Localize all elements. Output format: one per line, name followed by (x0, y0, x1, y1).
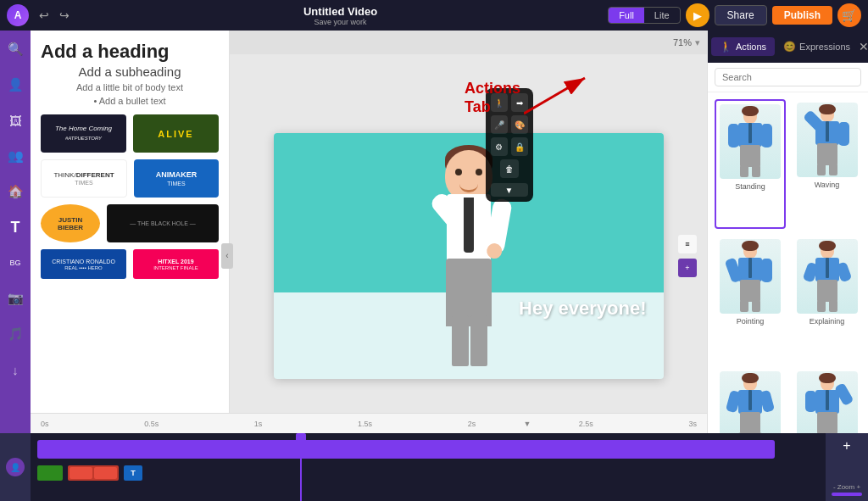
float-walk-icon[interactable]: 🚶 (491, 93, 508, 112)
float-lock-icon[interactable]: 🔒 (511, 137, 528, 156)
timeline-bar-purple[interactable] (37, 440, 775, 459)
scene-canvas[interactable]: Hey everyone! (274, 133, 664, 379)
template-card-bieber[interactable]: JUSTINBIEBER (41, 204, 100, 242)
toolbar-media-icon[interactable]: 📷 (3, 287, 27, 310)
action-item-standing[interactable]: Standing (715, 99, 786, 229)
annotation-arrow (524, 71, 592, 122)
timeline-add-button[interactable]: + (843, 438, 850, 454)
toolbar-text-icon[interactable]: T (3, 215, 27, 239)
preview-play-button[interactable]: ▶ (686, 3, 709, 27)
toolbar-download-icon[interactable]: ↓ (3, 358, 27, 381)
template-card-blackhole[interactable]: — THE BLACK HOLE — (107, 204, 219, 242)
svg-rect-53 (817, 412, 837, 434)
template-row-2: THINK/DIFFERENTTIMES ANIMAKERTIMES (41, 159, 219, 198)
action-item-waving[interactable]: Waving (793, 99, 861, 229)
template-card-think[interactable]: THINK/DIFFERENTTIMES (41, 159, 127, 198)
undo-button[interactable]: ↩ (36, 7, 53, 24)
tab-expressions[interactable]: 😊 Expressions (775, 37, 859, 56)
action-thumb-waving (797, 103, 858, 177)
float-chevron-icon[interactable]: ▼ (491, 183, 528, 197)
zoom-slider[interactable] (832, 493, 862, 496)
toolbar-character-icon[interactable]: 👤 (3, 73, 27, 97)
svg-rect-28 (752, 300, 760, 312)
toolbar-image-icon[interactable]: 🖼 (3, 109, 27, 132)
svg-rect-27 (740, 300, 748, 312)
svg-rect-26 (740, 280, 760, 302)
zoom-control[interactable]: - Zoom + (832, 483, 862, 491)
timeline-right: + - Zoom + (826, 433, 868, 501)
float-arrow-icon[interactable]: ➡ (511, 93, 528, 112)
panel-collapse-handle[interactable]: ‹ (221, 243, 233, 269)
template-card-homecoming[interactable]: The Home Coming#ATPUESTORY (41, 114, 126, 153)
svg-rect-48 (819, 373, 836, 383)
char-smile (459, 184, 478, 192)
timeline-bar-blue[interactable]: T (124, 465, 142, 481)
left-toolbar: 🔍 👤 🖼 👥 🏠 T BG 📷 🎵 ↓ (0, 31, 31, 501)
timeline-bar-row2: T (37, 465, 142, 481)
action-label-standing: Standing (735, 182, 765, 191)
right-panel-search (708, 63, 868, 92)
svg-rect-5 (748, 123, 752, 143)
template-card-alive[interactable]: ALIVE (133, 114, 219, 153)
timeline-bar-green[interactable] (37, 465, 63, 481)
template-card-ronaldo[interactable]: CRISTIANO RONALDOREAL •••• HERO (41, 249, 126, 279)
toolbar-search-icon[interactable]: 🔍 (3, 37, 27, 61)
svg-rect-35 (817, 280, 837, 302)
redo-button[interactable]: ↪ (56, 7, 73, 24)
toolbar-music-icon[interactable]: 🎵 (3, 322, 27, 346)
document-title: Untitled Video (303, 5, 377, 18)
template-row-3: JUSTINBIEBER — THE BLACK HOLE — (41, 204, 219, 242)
subheading-text[interactable]: Add a subheading (41, 64, 219, 79)
char-svg-waving (797, 103, 858, 177)
top-bar: A ↩ ↪ Untitled Video Save your work Full… (0, 0, 868, 31)
publish-button[interactable]: Publish (772, 6, 832, 25)
svg-rect-41 (748, 390, 752, 410)
timeline-section: 👤 T + - Zoom + (0, 433, 868, 501)
mode-full-button[interactable]: Full (609, 8, 644, 23)
action-thumb-pointing (720, 239, 781, 314)
top-bar-right: Full Lite ▶ Share Publish 🛒 (608, 3, 861, 27)
share-button[interactable]: Share (715, 5, 767, 25)
bullet-text[interactable]: • Add a bullet text (41, 96, 219, 106)
top-bar-center: Untitled Video Save your work (303, 5, 377, 26)
timeline-content[interactable]: T (31, 433, 826, 501)
mode-lite-button[interactable]: Lite (644, 8, 680, 23)
action-item-explaining[interactable]: Explaining (793, 236, 861, 362)
zoom-dropdown-icon[interactable]: ▾ (695, 37, 700, 48)
template-card-hitxel[interactable]: HITXEL 2019INTERNET FINALE (133, 249, 219, 279)
toolbar-bg-icon[interactable]: BG (3, 251, 27, 275)
action-item-pointing[interactable]: Pointing (715, 236, 786, 362)
body-text[interactable]: Add a little bit of body text (41, 82, 219, 92)
timeline-bar-red-half-1 (70, 467, 92, 479)
float-mic-icon[interactable]: 🎤 (491, 115, 508, 134)
template-card-animaker[interactable]: ANIMAKERTIMES (134, 159, 219, 198)
expressions-tab-label: Expressions (799, 42, 850, 52)
svg-rect-19 (829, 164, 837, 175)
action-thumb-standing (720, 104, 781, 179)
canvas-list-icon[interactable]: ≡ (678, 235, 697, 253)
canvas-add-icon[interactable]: + (678, 259, 697, 277)
toolbar-user-icon[interactable]: 👥 (3, 144, 27, 168)
float-paint-icon[interactable]: 🎨 (511, 115, 528, 134)
float-row-3: ⚙ 🔒 (491, 137, 528, 156)
svg-rect-21 (742, 241, 759, 251)
action-thumb-explaining (797, 239, 858, 314)
svg-rect-12 (819, 104, 836, 114)
svg-rect-9 (740, 165, 748, 177)
search-input[interactable] (715, 68, 861, 86)
top-bar-left: A ↩ ↪ (7, 4, 73, 26)
panel-close-icon[interactable]: ✕ (859, 40, 868, 53)
tab-actions[interactable]: 🚶 Actions (711, 37, 775, 56)
float-trash-icon[interactable]: 🗑 (500, 159, 519, 178)
svg-rect-51 (805, 391, 816, 412)
svg-rect-16 (838, 122, 849, 146)
template-row-4: CRISTIANO RONALDOREAL •••• HERO HITXEL 2… (41, 249, 219, 279)
heading-text[interactable]: Add a heading (41, 41, 219, 63)
cart-icon[interactable]: 🛒 (837, 3, 861, 27)
svg-rect-23 (748, 258, 752, 278)
toolbar-home-icon[interactable]: 🏠 (3, 180, 27, 203)
float-settings-icon[interactable]: ⚙ (491, 137, 508, 156)
timeline-bar-red[interactable] (68, 465, 119, 481)
svg-rect-36 (817, 300, 826, 312)
char-tie (464, 198, 474, 253)
